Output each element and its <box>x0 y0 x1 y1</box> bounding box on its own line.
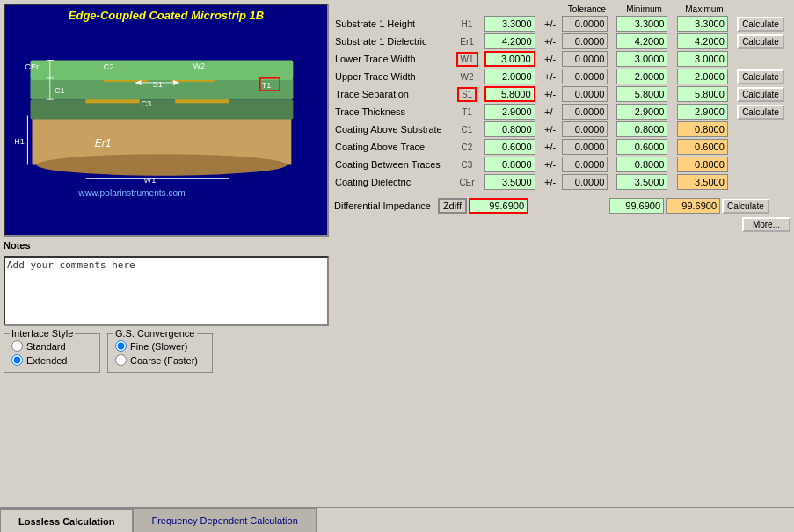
calc-button-4[interactable]: Calculate <box>737 87 784 102</box>
param-min-input-8[interactable] <box>616 157 667 172</box>
param-tol-cell-9 <box>559 173 614 191</box>
param-min-input-7[interactable] <box>616 139 667 155</box>
param-tol-cell-0 <box>559 15 614 33</box>
param-symbol-6: C1 <box>452 120 481 138</box>
param-pm-8: +/- <box>542 156 559 173</box>
param-min-input-9[interactable] <box>616 174 667 190</box>
param-tol-input-3[interactable] <box>562 69 608 84</box>
radio-coarse[interactable]: Coarse (Faster) <box>115 354 205 366</box>
param-name-3: Upper Trace Width <box>332 68 452 85</box>
param-name-8: Coating Between Traces <box>332 156 452 173</box>
diff-max-input[interactable] <box>666 198 720 214</box>
param-tol-cell-2 <box>559 50 614 68</box>
param-value-input-0[interactable] <box>484 16 535 32</box>
param-pm-0: +/- <box>542 15 559 33</box>
param-tol-input-9[interactable] <box>562 174 608 190</box>
diagram-svg: CEr C1 C2 S1 W2 T1 H1 Er1 <box>5 26 327 201</box>
more-button[interactable]: More... <box>742 217 790 232</box>
param-value-input-8[interactable] <box>484 157 535 172</box>
param-tol-input-7[interactable] <box>562 139 608 155</box>
param-max-input-4[interactable] <box>677 86 728 102</box>
diff-min-input[interactable] <box>609 198 664 214</box>
param-max-input-5[interactable] <box>677 104 728 120</box>
bottom-tabs: Lossless Calculation Frequency Dependent… <box>0 507 794 532</box>
param-pm-5: +/- <box>542 103 559 120</box>
radio-fine[interactable]: Fine (Slower) <box>115 340 205 352</box>
table-row: Coating Above Trace C2 +/- <box>332 138 790 156</box>
param-pm-6: +/- <box>542 120 559 138</box>
radio-standard[interactable]: Standard <box>11 340 92 352</box>
param-min-cell-5 <box>614 103 674 120</box>
radio-extended[interactable]: Extended <box>11 354 92 366</box>
param-symbol-4: S1 <box>452 85 481 103</box>
param-tol-input-1[interactable] <box>562 33 608 49</box>
param-name-7: Coating Above Trace <box>332 138 452 156</box>
param-min-cell-6 <box>614 120 674 138</box>
param-tol-input-4[interactable] <box>562 86 608 102</box>
param-tol-input-0[interactable] <box>562 16 608 32</box>
param-max-input-1[interactable] <box>677 33 728 49</box>
param-tol-input-5[interactable] <box>562 104 608 120</box>
param-max-input-0[interactable] <box>677 16 728 32</box>
param-min-input-2[interactable] <box>616 51 667 67</box>
param-pm-4: +/- <box>542 85 559 103</box>
gs-convergence-label: G.S. Convergence <box>113 328 197 339</box>
param-symbol-9: CEr <box>452 173 481 191</box>
param-min-input-5[interactable] <box>616 104 667 120</box>
param-max-input-6[interactable] <box>677 121 728 137</box>
calc-button-3[interactable]: Calculate <box>737 69 784 84</box>
table-row: Coating Dielectric CEr +/- <box>332 173 790 191</box>
notes-textarea[interactable]: Add your comments here <box>4 256 329 326</box>
diff-value-input[interactable] <box>469 198 528 214</box>
param-tol-input-6[interactable] <box>562 121 608 137</box>
param-name-2: Lower Trace Width <box>332 50 452 68</box>
calc-button-1[interactable]: Calculate <box>737 34 784 49</box>
param-min-input-1[interactable] <box>616 33 667 49</box>
svg-text:C2: C2 <box>104 62 114 71</box>
param-tol-cell-8 <box>559 156 614 173</box>
svg-text:Er1: Er1 <box>95 137 112 149</box>
col-header-pm <box>542 4 559 15</box>
param-value-input-5[interactable] <box>484 104 535 120</box>
param-max-input-9[interactable] <box>677 174 728 190</box>
param-min-input-0[interactable] <box>616 16 667 32</box>
param-max-input-2[interactable] <box>677 51 728 67</box>
param-value-input-1[interactable] <box>484 33 535 49</box>
calc-button-5[interactable]: Calculate <box>737 105 784 120</box>
tab-freq-dependent[interactable]: Frequency Dependent Calculation <box>133 508 316 532</box>
param-value-input-9[interactable] <box>484 174 535 190</box>
param-min-cell-3 <box>614 68 674 85</box>
param-min-input-4[interactable] <box>616 86 667 102</box>
param-calc-cell-6 <box>734 120 790 138</box>
col-header-symbol <box>452 4 481 15</box>
svg-point-2 <box>37 154 288 175</box>
diff-calculate-button[interactable]: Calculate <box>722 199 769 214</box>
param-tol-cell-5 <box>559 103 614 120</box>
param-value-input-2[interactable] <box>484 51 535 67</box>
param-min-cell-2 <box>614 50 674 68</box>
param-max-cell-9 <box>674 173 734 191</box>
content-area: Edge-Coupled Coated Microstrip 1B <box>0 0 794 507</box>
tab-lossless[interactable]: Lossless Calculation <box>0 508 133 532</box>
param-value-input-6[interactable] <box>484 121 535 137</box>
param-max-input-8[interactable] <box>677 157 728 172</box>
param-min-cell-1 <box>614 33 674 50</box>
param-value-input-3[interactable] <box>484 69 535 84</box>
param-value-input-7[interactable] <box>484 139 535 155</box>
param-min-input-6[interactable] <box>616 121 667 137</box>
col-header-name <box>332 4 452 15</box>
param-symbol-2: W1 <box>452 50 481 68</box>
param-max-input-3[interactable] <box>677 69 728 84</box>
param-value-input-4[interactable] <box>484 86 535 102</box>
col-header-tolerance: Tolerance <box>559 4 614 15</box>
param-tol-input-8[interactable] <box>562 157 608 172</box>
param-min-cell-0 <box>614 15 674 33</box>
svg-text:C1: C1 <box>55 86 65 95</box>
param-tol-input-2[interactable] <box>562 51 608 67</box>
param-max-cell-7 <box>674 138 734 156</box>
param-max-input-7[interactable] <box>677 139 728 155</box>
param-min-input-3[interactable] <box>616 69 667 84</box>
calc-button-0[interactable]: Calculate <box>737 17 784 32</box>
col-header-calc <box>734 4 790 15</box>
svg-rect-3 <box>30 99 293 119</box>
